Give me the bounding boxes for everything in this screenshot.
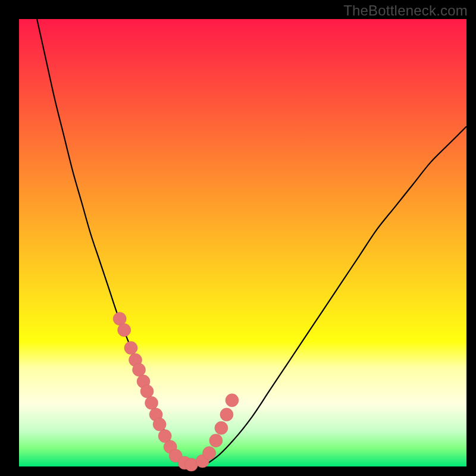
highlight-markers — [113, 312, 239, 471]
highlight-marker — [140, 385, 154, 398]
bottleneck-curve — [37, 19, 466, 466]
highlight-marker — [203, 446, 216, 459]
highlight-marker — [153, 418, 166, 431]
highlight-marker — [209, 434, 223, 447]
chart-frame: TheBottleneck.com — [0, 0, 476, 476]
chart-svg — [0, 0, 476, 476]
highlight-marker — [145, 396, 158, 409]
highlight-marker — [226, 394, 239, 407]
highlight-marker — [215, 421, 228, 434]
highlight-marker — [220, 408, 233, 421]
highlight-marker — [133, 364, 146, 377]
highlight-marker — [124, 342, 137, 355]
highlight-marker — [118, 324, 131, 337]
